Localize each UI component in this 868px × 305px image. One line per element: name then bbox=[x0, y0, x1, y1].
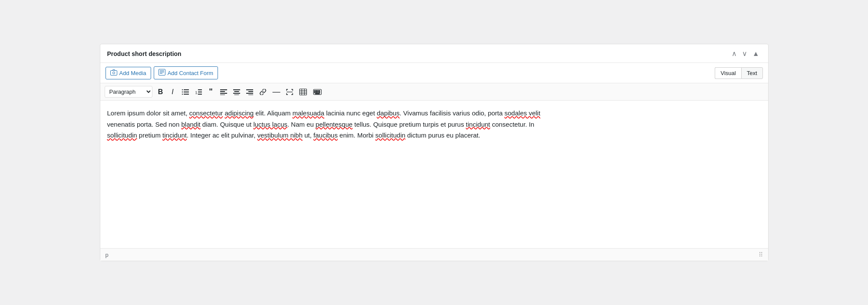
blockquote-button[interactable]: " bbox=[205, 86, 217, 98]
svg-rect-7 bbox=[184, 89, 189, 90]
svg-rect-27 bbox=[248, 95, 253, 95]
svg-rect-8 bbox=[182, 92, 183, 92]
svg-rect-9 bbox=[184, 92, 189, 92]
misspelled-word: tincidunt bbox=[466, 121, 490, 128]
misspelled-word: vestibulum nibh bbox=[257, 131, 303, 139]
svg-rect-35 bbox=[314, 90, 315, 91]
misspelled-word: faucibus bbox=[314, 131, 338, 139]
svg-rect-25 bbox=[248, 91, 253, 92]
misspelled-word: dapibus bbox=[377, 109, 400, 117]
editor-footer: p ⠿ bbox=[100, 248, 768, 261]
editor-text[interactable]: Lorem ipsum dolor sit amet, consectetur … bbox=[107, 108, 761, 141]
svg-rect-19 bbox=[220, 95, 225, 95]
format-toolbar: Paragraph Heading 1 Heading 2 Heading 3 … bbox=[100, 83, 768, 101]
misspelled-word: luctus lacus bbox=[253, 121, 287, 128]
svg-point-1 bbox=[112, 72, 115, 74]
link-button[interactable] bbox=[257, 88, 269, 96]
misspelled-word: adipiscing bbox=[224, 109, 254, 117]
svg-rect-38 bbox=[319, 90, 320, 91]
svg-rect-43 bbox=[315, 93, 320, 94]
editor-container: Product short description ∧ ∨ ▲ Add Medi… bbox=[100, 44, 769, 261]
editor-content[interactable]: Lorem ipsum dolor sit amet, consectetur … bbox=[100, 101, 768, 248]
resize-handle[interactable]: ⠿ bbox=[759, 251, 763, 258]
svg-rect-6 bbox=[182, 89, 183, 90]
add-contact-form-button[interactable]: Add Contact Form bbox=[154, 66, 218, 79]
misspelled-word: sollicitudin bbox=[375, 131, 405, 139]
svg-rect-24 bbox=[246, 89, 253, 90]
ordered-list-button[interactable]: 1. bbox=[192, 88, 205, 96]
svg-rect-20 bbox=[233, 89, 240, 90]
horizontal-rule-button[interactable]: — bbox=[270, 86, 283, 98]
align-right-button[interactable] bbox=[244, 88, 256, 96]
svg-rect-26 bbox=[246, 93, 253, 94]
editor-title: Product short description bbox=[107, 50, 182, 57]
svg-rect-18 bbox=[220, 93, 227, 94]
add-contact-form-label: Add Contact Form bbox=[168, 70, 214, 76]
svg-rect-17 bbox=[220, 91, 225, 92]
misspelled-word: tincidunt bbox=[162, 131, 187, 139]
italic-button[interactable]: I bbox=[167, 87, 178, 97]
add-media-label: Add Media bbox=[119, 70, 146, 76]
misspelled-word: sodales velit bbox=[505, 109, 541, 117]
editor-header: Product short description ∧ ∨ ▲ bbox=[100, 44, 768, 63]
form-icon bbox=[158, 69, 165, 77]
unordered-list-button[interactable] bbox=[179, 88, 191, 96]
svg-rect-39 bbox=[314, 92, 315, 93]
media-icon bbox=[110, 69, 117, 77]
svg-rect-11 bbox=[184, 94, 189, 95]
svg-rect-40 bbox=[316, 92, 317, 93]
svg-rect-0 bbox=[110, 70, 117, 75]
misspelled-word: pellentesque bbox=[316, 121, 353, 128]
add-media-button[interactable]: Add Media bbox=[106, 67, 151, 79]
svg-rect-21 bbox=[234, 91, 239, 92]
paragraph-select[interactable]: Paragraph Heading 1 Heading 2 Heading 3 … bbox=[105, 86, 152, 98]
collapse-up-button[interactable]: ∧ bbox=[730, 49, 739, 58]
svg-rect-16 bbox=[220, 89, 227, 90]
misspelled-word: sollicitudin bbox=[107, 131, 137, 139]
toolbar-left: Add Media Add Contact Form bbox=[106, 66, 218, 79]
svg-rect-36 bbox=[316, 90, 317, 91]
svg-rect-23 bbox=[234, 95, 239, 95]
misspelled-word: blandit bbox=[181, 121, 200, 128]
svg-rect-15 bbox=[198, 94, 202, 95]
text-view-button[interactable]: Text bbox=[741, 67, 763, 79]
header-controls: ∧ ∨ ▲ bbox=[730, 49, 761, 58]
fullscreen-button[interactable] bbox=[284, 88, 296, 96]
toggle-close-button[interactable]: ▲ bbox=[751, 49, 761, 58]
align-center-button[interactable] bbox=[231, 88, 243, 96]
svg-rect-22 bbox=[233, 93, 240, 94]
svg-rect-37 bbox=[317, 90, 318, 91]
svg-rect-42 bbox=[319, 92, 320, 93]
svg-rect-13 bbox=[198, 89, 202, 90]
bold-button[interactable]: B bbox=[155, 87, 166, 97]
keyboard-shortcuts-button[interactable] bbox=[310, 88, 324, 96]
collapse-down-button[interactable]: ∨ bbox=[740, 49, 749, 58]
path-label: p bbox=[106, 252, 109, 258]
misspelled-word: consectetur bbox=[189, 109, 223, 117]
visual-view-button[interactable]: Visual bbox=[715, 67, 741, 79]
table-button[interactable] bbox=[297, 87, 310, 97]
svg-rect-29 bbox=[300, 89, 307, 95]
misspelled-word: malesuada bbox=[292, 109, 324, 117]
view-toggle: Visual Text bbox=[715, 67, 762, 79]
svg-rect-41 bbox=[317, 92, 318, 93]
align-left-button[interactable] bbox=[218, 88, 230, 96]
svg-rect-10 bbox=[182, 94, 183, 95]
svg-rect-14 bbox=[198, 92, 202, 92]
toolbar-row: Add Media Add Contact Form Visual Text bbox=[100, 63, 768, 83]
